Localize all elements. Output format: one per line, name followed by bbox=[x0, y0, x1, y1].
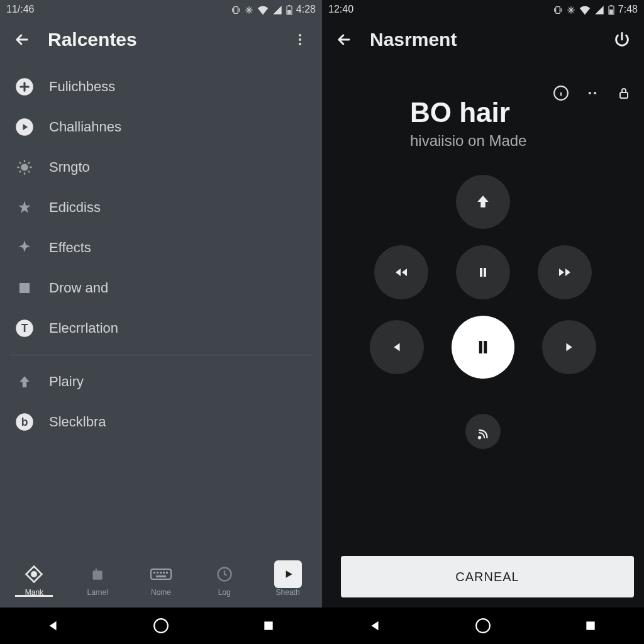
svg-point-34 bbox=[594, 92, 596, 94]
page-title: Nasrment bbox=[370, 29, 609, 50]
battery-icon bbox=[608, 4, 614, 15]
star-icon bbox=[14, 197, 35, 218]
appbar-left: Ralcentes bbox=[0, 19, 322, 60]
svg-rect-17 bbox=[96, 569, 97, 572]
svg-point-15 bbox=[32, 572, 37, 577]
back-button[interactable] bbox=[331, 26, 357, 53]
sun-icon bbox=[14, 157, 35, 178]
back-button[interactable] bbox=[9, 26, 35, 53]
play-pause-button[interactable] bbox=[452, 316, 514, 379]
svg-point-26 bbox=[154, 619, 168, 633]
appbar-right: Nasrment bbox=[322, 19, 644, 60]
carneal-label: CARNEAL bbox=[455, 570, 519, 584]
svg-point-9 bbox=[21, 164, 28, 171]
t-circle-icon: T bbox=[14, 318, 35, 339]
bottom-nav-sheath[interactable]: Sheath bbox=[260, 564, 316, 597]
sparkle-icon bbox=[14, 237, 35, 258]
android-home-button[interactable] bbox=[148, 613, 174, 638]
play-circle-icon bbox=[14, 116, 35, 138]
menu-label: Effects bbox=[49, 240, 91, 256]
menu-label: Drow and bbox=[49, 280, 108, 296]
svg-rect-23 bbox=[166, 572, 168, 574]
menu-item-plairy[interactable]: Plairy bbox=[0, 362, 322, 402]
menu-item-drow-and[interactable]: Drow and bbox=[0, 268, 322, 308]
android-nav-left bbox=[0, 608, 322, 644]
overflow-menu-button[interactable] bbox=[287, 26, 313, 53]
bottom-nav-larnel[interactable]: Larnel bbox=[69, 564, 126, 597]
svg-rect-3 bbox=[287, 10, 291, 14]
android-back-button[interactable] bbox=[41, 613, 66, 638]
svg-rect-38 bbox=[479, 341, 482, 353]
svg-rect-28 bbox=[556, 6, 560, 13]
bottom-nav-label: Log bbox=[218, 588, 231, 597]
menu-item-srngto[interactable]: Srngto bbox=[0, 147, 322, 187]
svg-rect-20 bbox=[157, 572, 158, 574]
screen-right: 12:40 7:48 bbox=[322, 0, 644, 644]
menu-item-edicdiss[interactable]: Edicdiss bbox=[0, 187, 322, 228]
svg-point-4 bbox=[299, 34, 301, 36]
menu-item-effects[interactable]: Effects bbox=[0, 228, 322, 268]
android-nav-right bbox=[322, 608, 644, 644]
status-clock: 7:48 bbox=[618, 4, 638, 15]
next-button[interactable] bbox=[542, 320, 596, 374]
menu-label: Elecrrlation bbox=[49, 320, 118, 336]
menu-item-elecrrlation[interactable]: T Elecrrlation bbox=[0, 308, 322, 348]
vibrate-icon bbox=[553, 4, 563, 15]
svg-point-6 bbox=[299, 43, 301, 45]
svg-point-40 bbox=[479, 436, 480, 438]
svg-rect-21 bbox=[160, 572, 162, 574]
menu-item-slecklbra[interactable]: b Slecklbra bbox=[0, 402, 322, 442]
svg-rect-35 bbox=[620, 92, 628, 98]
plus-circle-icon bbox=[14, 76, 35, 97]
diamond-icon bbox=[25, 564, 43, 584]
status-icons: 7:48 bbox=[553, 4, 638, 15]
snowflake-icon bbox=[245, 4, 253, 15]
cell-icon bbox=[272, 4, 282, 15]
svg-point-33 bbox=[589, 92, 591, 94]
playback-controls bbox=[322, 175, 644, 449]
android-home-button[interactable] bbox=[470, 613, 496, 638]
android-recents-button[interactable] bbox=[256, 613, 281, 638]
svg-rect-16 bbox=[93, 571, 103, 580]
box-icon bbox=[89, 564, 106, 584]
svg-rect-27 bbox=[264, 621, 272, 630]
svg-rect-24 bbox=[156, 575, 166, 577]
battery-icon bbox=[286, 4, 292, 15]
menu-label: Plairy bbox=[49, 374, 84, 390]
android-recents-button[interactable] bbox=[578, 613, 603, 638]
menu-item-challiahnes[interactable]: Challiahnes bbox=[0, 107, 322, 147]
svg-rect-30 bbox=[610, 5, 612, 6]
divider bbox=[10, 355, 312, 355]
carneal-button[interactable]: CARNEAL bbox=[341, 556, 634, 597]
square-icon bbox=[14, 277, 35, 299]
more-button[interactable] bbox=[581, 82, 604, 104]
page-title: Ralcentes bbox=[48, 29, 287, 50]
lock-button[interactable] bbox=[613, 82, 635, 104]
top-actions bbox=[550, 82, 635, 104]
bottom-nav-nome[interactable]: Nome bbox=[133, 564, 189, 597]
status-icons: 4:28 bbox=[231, 4, 316, 15]
forward-button[interactable] bbox=[538, 245, 592, 299]
prev-button[interactable] bbox=[370, 320, 424, 374]
power-button[interactable] bbox=[609, 26, 635, 53]
bottom-nav-mank[interactable]: Mank bbox=[6, 564, 62, 597]
menu-label: Challiahnes bbox=[49, 119, 121, 135]
cast-button[interactable] bbox=[465, 414, 501, 449]
svg-point-41 bbox=[476, 619, 490, 633]
svg-text:b: b bbox=[21, 416, 28, 428]
menu-list: Fulichbess Challiahnes Srngto Edicdiss bbox=[0, 60, 322, 442]
status-clock: 4:28 bbox=[296, 4, 316, 15]
pause-small-button[interactable] bbox=[456, 245, 510, 299]
svg-rect-36 bbox=[480, 268, 482, 277]
status-time: 12:40 bbox=[328, 4, 353, 15]
up-button[interactable] bbox=[456, 175, 510, 229]
info-button[interactable] bbox=[550, 82, 572, 104]
vibrate-icon bbox=[231, 4, 241, 15]
svg-rect-0 bbox=[234, 6, 238, 13]
bottom-nav-log[interactable]: Log bbox=[196, 564, 253, 597]
svg-rect-18 bbox=[151, 569, 171, 579]
menu-item-fulichbess[interactable]: Fulichbess bbox=[0, 67, 322, 107]
media-header: BO hair hivaiisio on Made bbox=[322, 60, 644, 150]
android-back-button[interactable] bbox=[363, 613, 388, 638]
rewind-button[interactable] bbox=[374, 245, 428, 299]
